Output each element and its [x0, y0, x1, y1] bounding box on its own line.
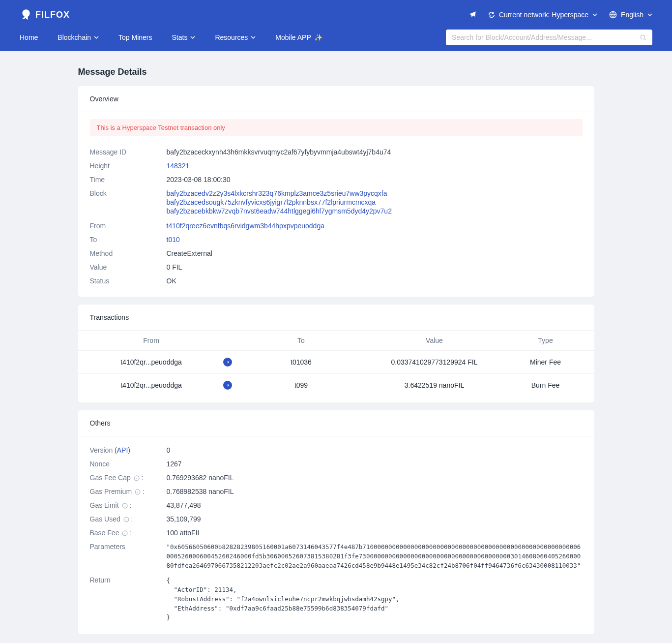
label-message-id: Message ID — [90, 148, 167, 156]
api-link[interactable]: (API) — [115, 446, 130, 454]
label-gas-fee-cap: Gas Fee Cap : — [90, 474, 167, 482]
table-row: t410f2qr...peuoddga t01036 0.03374102977… — [78, 350, 594, 373]
nav-resources-label: Resources — [215, 33, 248, 41]
label-to: To — [90, 236, 167, 244]
nav-stats-label: Stats — [172, 33, 188, 41]
label-gas-premium: Gas Premium : — [90, 488, 167, 495]
label-value: Value — [90, 263, 167, 271]
th-type: Type — [509, 337, 583, 344]
th-to: To — [242, 337, 360, 344]
language-selector[interactable]: English — [609, 11, 652, 19]
label-gas-used: Gas Used : — [90, 515, 167, 523]
nav-mobile-app-label: Mobile APP — [275, 33, 311, 41]
value-return: { "ActorID": 21134, "RobustAddress": "f2… — [167, 576, 583, 622]
nav-resources[interactable]: Resources — [215, 33, 256, 41]
overview-card: Overview This is a Hyperspace Testnet tr… — [78, 86, 594, 297]
logo[interactable]: FILFOX — [20, 8, 70, 21]
search-icon — [640, 34, 646, 41]
value-blocks: bafy2bzacedv2z2y3s4lxkcrshr323q76kmplz3a… — [167, 189, 583, 216]
label-parameters: Parameters — [90, 543, 167, 551]
nav-stats[interactable]: Stats — [172, 33, 196, 41]
value-status: OK — [167, 277, 583, 285]
value-gas-limit: 43,877,498 — [167, 501, 583, 509]
table-row: t410f2qr...peuoddga t099 3.6422519 nanoF… — [78, 373, 594, 397]
testnet-banner: This is a Hyperspace Testnet transaction… — [90, 119, 583, 136]
tx-from-1[interactable]: t410f2qr...peuoddga — [90, 381, 213, 389]
label-time: Time — [90, 176, 167, 184]
block-link-2[interactable]: bafy2bzacebkbkw7zvqb7nvst6eadw744htlggeg… — [167, 207, 583, 215]
value-nonce: 1267 — [167, 460, 583, 468]
value-base-fee: 100 attoFIL — [167, 529, 583, 537]
label-return: Return — [90, 576, 167, 584]
label-height: Height — [90, 162, 167, 170]
page-title: Message Details — [78, 67, 594, 77]
label-gas-limit: Gas Limit : — [90, 501, 167, 509]
label-version: Version (API) — [90, 446, 167, 454]
overview-header: Overview — [78, 86, 594, 112]
nav-top-miners[interactable]: Top Miners — [118, 33, 152, 41]
value-gas-premium: 0.768982538 nanoFIL — [167, 488, 583, 495]
value-gas-used: 35,109,799 — [167, 515, 583, 523]
th-value: Value — [360, 337, 509, 344]
tx-type-0: Miner Fee — [509, 358, 583, 366]
value-message-id: bafy2bzaceckxynh43h6mkksvrvuqmyc2af67yfy… — [167, 148, 583, 156]
transactions-card: Transactions From To Value Type t410f2qr… — [78, 305, 594, 402]
value-parameters: "0x60566050600b82828239805160001a6073146… — [167, 543, 583, 570]
search-input[interactable] — [452, 33, 640, 41]
others-card: Others Version (API) 0 Nonce 1267 Gas Fe… — [78, 410, 594, 634]
info-icon[interactable] — [135, 489, 141, 495]
info-icon[interactable] — [123, 517, 129, 522]
info-icon[interactable] — [134, 475, 140, 481]
value-gas-fee-cap: 0.769293682 nanoFIL — [167, 474, 583, 482]
tx-to-0[interactable]: t01036 — [242, 358, 360, 366]
value-to[interactable]: t010 — [167, 236, 583, 244]
value-value: 0 FIL — [167, 263, 583, 271]
telegram-icon[interactable] — [468, 11, 476, 19]
arrow-right-icon — [223, 381, 232, 390]
value-time: 2023-03-08 18:00:30 — [167, 176, 583, 184]
label-base-fee: Base Fee : — [90, 529, 167, 537]
nav-blockchain[interactable]: Blockchain — [58, 33, 99, 41]
info-icon[interactable] — [122, 530, 128, 536]
block-link-0[interactable]: bafy2bzacedv2z2y3s4lxkcrshr323q76kmplz3a… — [167, 189, 583, 197]
tx-from-0[interactable]: t410f2qr...peuoddga — [90, 358, 213, 366]
tx-value-0: 0.033741029773129924 FIL — [360, 358, 509, 366]
brand-text: FILFOX — [35, 10, 70, 20]
network-label: Current network: Hyperspace — [499, 11, 588, 19]
value-version: 0 — [167, 446, 583, 454]
transactions-header: Transactions — [78, 305, 594, 331]
others-header: Others — [78, 410, 594, 436]
tx-to-1[interactable]: t099 — [242, 381, 360, 389]
sparkle-icon: ✨ — [314, 33, 322, 41]
language-label: English — [621, 11, 643, 19]
label-block: Block — [90, 189, 167, 197]
tx-type-1: Burn Fee — [509, 381, 583, 389]
th-from: From — [90, 337, 213, 344]
label-nonce: Nonce — [90, 460, 167, 468]
nav-home[interactable]: Home — [20, 33, 38, 41]
svg-point-1 — [641, 35, 644, 39]
search-box[interactable] — [446, 30, 652, 45]
nav-mobile-app[interactable]: Mobile APP ✨ — [275, 33, 322, 41]
value-method: CreateExternal — [167, 249, 583, 257]
value-height[interactable]: 148321 — [167, 162, 583, 170]
value-from[interactable]: t410f2qreez6evnfbqs6rvidgwm3b44hpxpvpeuo… — [167, 222, 583, 230]
label-status: Status — [90, 277, 167, 285]
label-method: Method — [90, 249, 167, 257]
nav-blockchain-label: Blockchain — [58, 33, 91, 41]
block-link-1[interactable]: bafy2bzacedsougk75zknvfyvicxs6jyigr7l2pk… — [167, 198, 583, 206]
info-icon[interactable] — [122, 503, 128, 509]
network-selector[interactable]: Current network: Hyperspace — [488, 11, 597, 19]
tx-value-1: 3.6422519 nanoFIL — [360, 381, 509, 389]
arrow-right-icon — [223, 358, 232, 367]
label-from: From — [90, 222, 167, 230]
